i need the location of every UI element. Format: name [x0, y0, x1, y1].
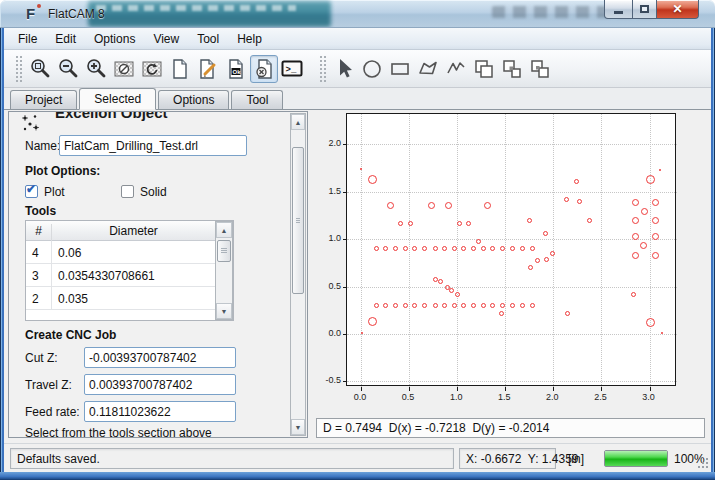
gridline-horizontal: [347, 192, 677, 193]
zoom-out-button[interactable]: [54, 55, 82, 83]
window-edge-left[interactable]: [0, 28, 4, 480]
menu-edit[interactable]: Edit: [46, 29, 85, 49]
window-edge-bottom[interactable]: [0, 472, 715, 480]
minimize-button[interactable]: [604, 0, 633, 19]
maximize-button[interactable]: [633, 0, 656, 19]
mouse-coordinates-box: X: -0.6672 Y: 1.4359: [459, 448, 556, 469]
polyline-icon: [444, 57, 468, 81]
scrollbar-thumb[interactable]: [292, 147, 304, 294]
tool-number-cell[interactable]: 2: [32, 292, 50, 306]
drill-point: [652, 252, 659, 259]
gridline-horizontal: [347, 287, 677, 288]
panel-title: Excellon Object: [55, 111, 168, 121]
shell-button[interactable]: >_: [278, 55, 306, 83]
scroll-up-icon[interactable]: ▲: [216, 222, 232, 238]
drill-point: [433, 246, 438, 251]
check-icon: ✔: [26, 182, 36, 196]
drill-point: [535, 258, 540, 263]
drill-point: [510, 246, 515, 251]
update-object-button[interactable]: Ok: [222, 55, 250, 83]
drill-point: [565, 311, 570, 316]
delete-object-button[interactable]: [250, 55, 278, 83]
x-tick-mark: [409, 387, 410, 391]
zoom-fit-button[interactable]: [26, 55, 54, 83]
zoom-in-button[interactable]: [82, 55, 110, 83]
y-tick-label: 1.5: [313, 186, 341, 196]
tab-project[interactable]: Project: [10, 90, 77, 109]
tab-tool[interactable]: Tool: [231, 90, 283, 109]
scrollbar-thumb[interactable]: [217, 240, 231, 262]
tool-diameter-cell[interactable]: 0.06: [58, 246, 81, 260]
duplicate-object-button[interactable]: [526, 55, 554, 83]
menu-view[interactable]: View: [144, 29, 188, 49]
draw-rectangle-button[interactable]: [386, 55, 414, 83]
draw-path-button[interactable]: [442, 55, 470, 83]
rectangle-icon: [388, 57, 412, 81]
column-header-diameter[interactable]: Diameter: [52, 224, 215, 238]
table-row[interactable]: 30.0354330708661: [26, 264, 215, 287]
plot-checkbox[interactable]: ✔: [25, 185, 38, 198]
plot-canvas[interactable]: 0.00.51.01.52.02.53.0-0.50.00.51.01.52.0: [312, 110, 708, 415]
select-tool-button[interactable]: [330, 55, 358, 83]
close-button[interactable]: ✕: [656, 0, 699, 19]
edit-object-button[interactable]: [194, 55, 222, 83]
scroll-up-icon[interactable]: ▲: [291, 114, 305, 130]
panel-scrollbar[interactable]: ▲ ▼: [290, 113, 306, 436]
titlebar[interactable]: F FlatCAM 8 ✕: [0, 0, 715, 28]
drill-point: [393, 303, 398, 308]
window-edge-right[interactable]: [711, 28, 715, 480]
edit-file-icon: [196, 57, 220, 81]
tool-diameter-cell[interactable]: 0.035: [58, 292, 88, 306]
draw-circle-button[interactable]: [358, 55, 386, 83]
tools-table-scrollbar[interactable]: ▲ ▼: [215, 221, 233, 320]
scroll-down-icon[interactable]: ▼: [291, 419, 305, 435]
tab-options[interactable]: Options: [158, 90, 229, 109]
table-row[interactable]: 20.035: [26, 287, 215, 310]
drill-point: [510, 303, 515, 308]
copy-object-button[interactable]: [470, 55, 498, 83]
toolbar-grip[interactable]: [16, 56, 22, 82]
move-object-button[interactable]: [498, 55, 526, 83]
clear-plot-icon: [112, 57, 136, 81]
toolbar-grip[interactable]: [320, 56, 326, 82]
drill-point: [530, 246, 535, 251]
tool-diameter-cell[interactable]: 0.0354330708661: [58, 269, 155, 283]
gridline-horizontal: [347, 334, 677, 335]
cut-z-input[interactable]: [84, 347, 236, 368]
drill-point: [500, 246, 505, 251]
travel-z-input[interactable]: [84, 374, 236, 395]
menu-options[interactable]: Options: [85, 29, 144, 49]
x-tick-label: 3.0: [636, 392, 662, 402]
drill-point: [632, 233, 639, 240]
menu-file[interactable]: File: [9, 29, 46, 49]
drill-point: [471, 246, 476, 251]
tab-selected[interactable]: Selected: [79, 88, 156, 110]
drill-point: [490, 246, 495, 251]
menu-help[interactable]: Help: [228, 29, 271, 49]
x-tick-label: 1.0: [443, 392, 469, 402]
clear-plot-button[interactable]: [110, 55, 138, 83]
tool-number-cell[interactable]: 4: [32, 246, 50, 260]
table-row[interactable]: 40.06: [26, 241, 215, 264]
column-header-number[interactable]: #: [26, 224, 52, 241]
replot-icon: [140, 57, 164, 81]
tools-table: # Diameter 40.0630.035433070866120.035 ▲…: [25, 220, 234, 321]
drill-point: [461, 246, 466, 251]
background-bleed-text: [96, 5, 296, 11]
tool-number-cell[interactable]: 3: [32, 269, 50, 283]
drill-point: [445, 202, 452, 209]
x-tick-mark: [505, 387, 506, 391]
new-object-button[interactable]: [166, 55, 194, 83]
replot-button[interactable]: [138, 55, 166, 83]
resize-grip-icon[interactable]: [697, 457, 709, 469]
toolbar: Ok >_: [4, 50, 711, 88]
feed-rate-input[interactable]: [84, 401, 236, 422]
object-name-input[interactable]: [59, 135, 247, 156]
column-divider: [51, 287, 52, 310]
scroll-down-icon[interactable]: ▼: [216, 303, 232, 319]
solid-checkbox[interactable]: ✔: [121, 185, 134, 198]
draw-polygon-button[interactable]: [414, 55, 442, 83]
drill-point: [412, 303, 417, 308]
menu-tool[interactable]: Tool: [188, 29, 228, 49]
plot-axes[interactable]: [346, 113, 676, 386]
